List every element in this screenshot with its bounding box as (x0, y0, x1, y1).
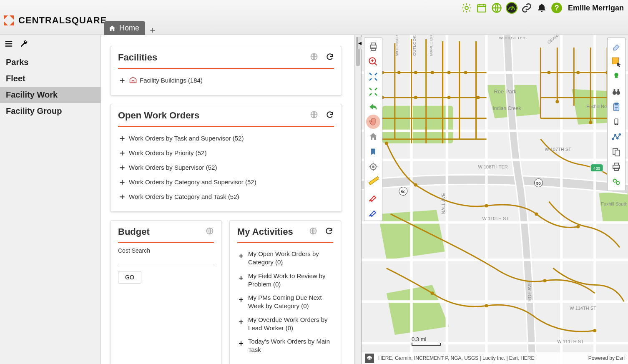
sidebar-item-facility-work[interactable]: Facility Work (0, 87, 100, 103)
expand-icon[interactable]: ＋ (237, 316, 245, 333)
map-attribution-text: HERE, Garmin, INCREMENT P, NGA, USGS | L… (378, 355, 535, 361)
tree-item-label[interactable]: Work Orders by Supervisor (52) (129, 164, 217, 171)
print-icon[interactable] (366, 40, 380, 54)
binoculars-icon[interactable] (609, 85, 623, 99)
map-scale-label: 0.3 mi (412, 336, 426, 342)
polyline-icon[interactable] (609, 130, 623, 144)
expand-icon[interactable]: ＋ (237, 338, 245, 354)
activity-label[interactable]: My Field Work to Review by Problem (0) (248, 272, 333, 289)
activity-label[interactable]: Today's Work Orders by Main Task (248, 337, 333, 354)
bookmark-icon[interactable] (366, 145, 380, 159)
activity-label[interactable]: My Open Work Orders by Category (0) (248, 250, 333, 267)
dashboard-icon[interactable] (505, 2, 518, 14)
svg-point-71 (372, 166, 374, 168)
svg-text:W 108TH TER: W 108TH TER (478, 164, 508, 169)
sidebar-item-parks[interactable]: Parks (0, 54, 100, 70)
select-layer-icon[interactable] (609, 55, 623, 69)
svg-point-27 (447, 96, 451, 99)
svg-text:NALL AVE: NALL AVE (441, 193, 446, 214)
sidebar-item-facility-group[interactable]: Facility Group (0, 103, 100, 119)
tree-item-label[interactable]: Work Orders by Category and Supervisor (… (129, 178, 256, 186)
svg-point-36 (543, 279, 546, 282)
expand-icon[interactable]: ＋ (237, 273, 245, 289)
locate-icon[interactable] (366, 160, 380, 174)
globe-icon[interactable] (309, 227, 317, 237)
hamburger-icon[interactable] (4, 39, 13, 50)
sidebar-item-label: Parks (6, 58, 29, 67)
layers-icon[interactable] (365, 354, 374, 363)
add-tab-button[interactable]: ＋ (148, 25, 158, 35)
wrench-icon[interactable] (19, 39, 28, 50)
svg-point-30 (414, 183, 417, 187)
tree-row: ＋ Facility Buildings (184) (118, 73, 334, 88)
refresh-icon[interactable] (325, 227, 333, 237)
brand-mark-icon (3, 14, 15, 27)
svg-point-93 (616, 181, 619, 184)
cost-search-input[interactable] (118, 255, 214, 265)
sidebar-item-fleet[interactable]: Fleet (0, 70, 100, 87)
printer-icon[interactable] (609, 160, 623, 174)
svg-point-24 (464, 71, 467, 74)
globe-icon[interactable] (206, 227, 214, 237)
sidebar-item-label: Facility Group (6, 106, 62, 115)
pushpin-icon[interactable] (609, 70, 623, 84)
measure-icon[interactable] (366, 175, 380, 189)
svg-point-74 (613, 91, 616, 95)
expand-icon[interactable]: ＋ (118, 147, 126, 158)
globe-grid-icon[interactable] (490, 2, 503, 14)
card-my-activities: My Activities ＋My Open Work Orders by Ca… (229, 220, 341, 364)
svg-point-42 (589, 121, 592, 124)
expand-icon[interactable]: ＋ (118, 176, 126, 188)
expand-icon[interactable]: ＋ (118, 162, 126, 173)
tree-item-label[interactable]: Facility Buildings (184) (140, 77, 203, 84)
clipboard-icon[interactable] (609, 100, 623, 114)
red-pen-icon[interactable] (366, 190, 380, 204)
pan-hand-icon[interactable] (366, 115, 380, 129)
map-powered-by: Powered by Esri (588, 355, 625, 361)
expand-icon[interactable]: ＋ (118, 133, 126, 144)
mobile-icon[interactable] (609, 115, 623, 129)
map-canvas[interactable]: Roe Park Indian Creek Foxhill North Park… (362, 35, 628, 364)
activity-label[interactable]: My PMs Coming Due Next Week by Category … (248, 294, 333, 311)
svg-point-35 (485, 304, 488, 307)
calendar-icon[interactable] (475, 2, 488, 14)
zoom-in-icon[interactable] (366, 55, 380, 69)
expand-icon[interactable]: ＋ (237, 251, 245, 267)
copy-icon[interactable] (609, 145, 623, 159)
card-open-work-orders: Open Work Orders ＋Work Orders by Task an… (110, 104, 342, 212)
go-button[interactable]: GO (118, 271, 141, 284)
activity-label[interactable]: My Overdue Work Orders by Lead Worker (0… (248, 316, 333, 333)
svg-point-33 (576, 225, 580, 228)
expand-icon[interactable]: ＋ (237, 294, 245, 311)
blue-pen-icon[interactable] (366, 205, 380, 219)
refresh-icon[interactable] (326, 110, 334, 120)
map-toolbar-left (364, 38, 382, 221)
svg-rect-90 (614, 163, 618, 165)
back-icon[interactable] (366, 100, 380, 114)
gear-icon[interactable] (460, 2, 473, 14)
extent-in-icon[interactable] (366, 70, 380, 84)
extent-out-icon[interactable] (366, 85, 380, 99)
building-icon (129, 75, 137, 85)
settings-gears-icon[interactable] (609, 175, 623, 189)
tree-item-label[interactable]: Work Orders by Task and Supervisor (52) (129, 135, 244, 142)
tab-home[interactable]: Home (104, 21, 145, 35)
globe-icon[interactable] (310, 53, 318, 63)
user-name[interactable]: Emilie Merrigan (568, 4, 624, 13)
globe-icon[interactable] (310, 110, 318, 120)
bell-icon[interactable] (535, 2, 548, 14)
link-icon[interactable] (520, 2, 533, 14)
svg-point-32 (535, 212, 538, 216)
tree-item-label[interactable]: Work Orders by Priority (52) (129, 149, 206, 156)
expand-icon[interactable]: ＋ (118, 75, 126, 86)
tree-item-label[interactable]: Work Orders by Category and Task (52) (129, 193, 239, 200)
refresh-icon[interactable] (326, 53, 334, 63)
map-attribution: HERE, Garmin, INCREMENT P, NGA, USGS | L… (362, 352, 628, 364)
content-scrollbar[interactable] (354, 35, 361, 364)
eraser-icon[interactable] (609, 40, 623, 54)
home-extent-icon[interactable] (366, 130, 380, 144)
svg-point-75 (616, 91, 620, 95)
svg-text:435: 435 (593, 166, 600, 171)
help-icon[interactable]: ? (550, 2, 563, 14)
expand-icon[interactable]: ＋ (118, 191, 126, 202)
